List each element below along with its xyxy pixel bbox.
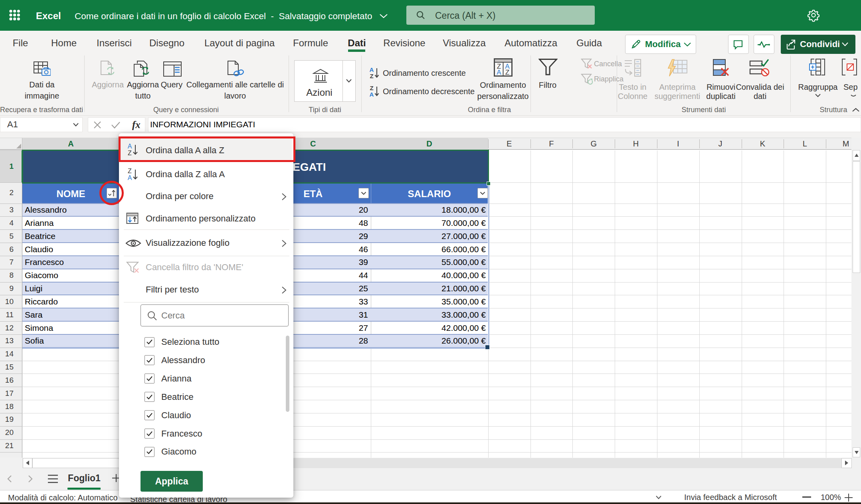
svg-text:A: A — [370, 91, 374, 98]
svg-text:Z: Z — [370, 85, 373, 91]
svg-text:A: A — [128, 174, 132, 181]
svg-text:Z: Z — [370, 73, 373, 79]
svg-text:A: A — [497, 69, 501, 76]
svg-text:A: A — [370, 67, 374, 73]
svg-text:Z: Z — [128, 168, 132, 174]
svg-text:Z: Z — [505, 69, 509, 76]
